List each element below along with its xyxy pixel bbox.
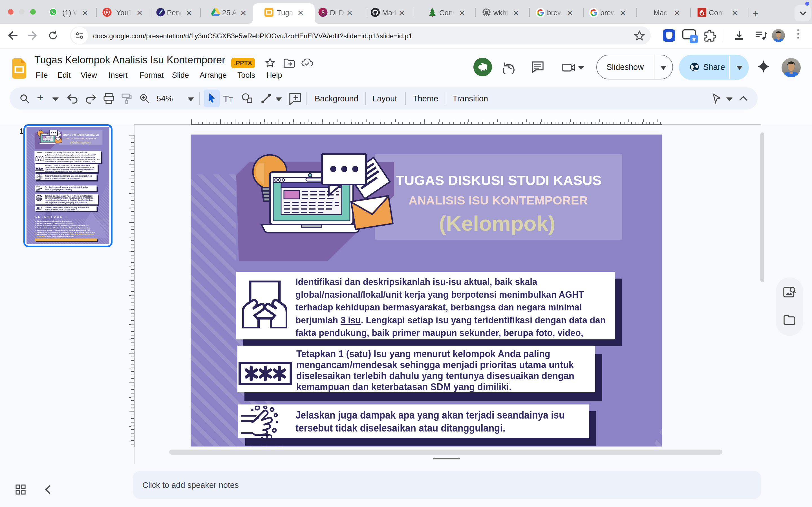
svg-text:WWW: WWW	[36, 197, 42, 200]
svg-text:S: S	[321, 9, 325, 16]
